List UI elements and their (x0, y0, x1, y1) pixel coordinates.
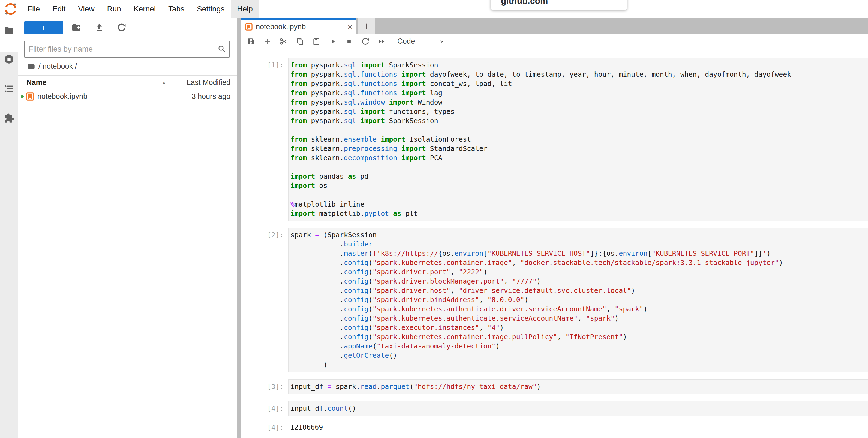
table-of-contents-icon[interactable] (4, 84, 14, 94)
menu-item-view[interactable]: View (72, 0, 101, 18)
restart-kernel-icon[interactable] (361, 37, 370, 46)
code-line: input_df = spark.read.parquet("hdfs://hd… (290, 382, 868, 391)
code-line: input_df.count() (290, 404, 868, 413)
copy-icon[interactable] (295, 37, 305, 46)
notebook-icon (245, 23, 252, 31)
cell-input-editor[interactable]: input_df = spark.read.parquet("hdfs://hd… (288, 379, 868, 394)
code-cell: [1]:from pyspark.sql import SparkSession… (241, 58, 868, 221)
code-line: import pandas as pd (290, 172, 868, 181)
code-line: from pyspark.sql import SparkSession (290, 61, 868, 70)
insert-cell-icon[interactable] (262, 37, 272, 46)
code-line: .config("spark.driver.host", "driver-ser… (290, 286, 868, 295)
tab-title: notebook.ipynb (256, 23, 306, 31)
cell-output: 12106669 (288, 420, 868, 434)
menu-item-help[interactable]: Help (231, 0, 259, 18)
code-line: .config("spark.driver.port", "2222") (290, 267, 868, 277)
code-line (290, 125, 868, 135)
column-header-name[interactable]: Name ▲ (18, 78, 170, 87)
menu-item-edit[interactable]: Edit (46, 0, 72, 18)
cell-input-editor[interactable]: from pyspark.sql import SparkSessionfrom… (288, 58, 868, 221)
paste-icon[interactable] (312, 37, 321, 46)
add-tab-button[interactable]: + (358, 18, 375, 34)
tab-notebook[interactable]: notebook.ipynb × (241, 18, 356, 34)
upload-icon[interactable] (94, 23, 104, 32)
code-line: .appName("taxi-data-anomaly-detection") (290, 342, 868, 351)
code-line: .config("spark.driver.bindAddress", "0.0… (290, 295, 868, 304)
filter-files-input[interactable] (28, 42, 209, 55)
code-line: from pyspark.sql.functions import concat… (290, 79, 868, 88)
menu-item-kernel[interactable]: Kernel (127, 0, 162, 18)
menu-items: FileEditViewRunKernelTabsSettingsHelp (21, 0, 259, 18)
code-line (290, 163, 868, 172)
code-line: .config("spark.kubernetes.container.imag… (290, 258, 868, 267)
activity-strip (0, 52, 18, 438)
panel-splitter[interactable] (237, 18, 241, 438)
menu-item-run[interactable]: Run (101, 0, 127, 18)
refresh-icon[interactable] (117, 23, 127, 32)
code-line: from pyspark.sql import SparkSession (290, 116, 868, 125)
breadcrumb-path: / notebook / (38, 62, 77, 71)
file-name: notebook.ipynb (37, 92, 87, 101)
file-browser-panel: + (18, 18, 237, 438)
close-tab-icon[interactable]: × (347, 22, 352, 31)
code-line: .builder (290, 240, 868, 249)
main-area: + (0, 18, 868, 438)
code-line: import matplotlib.pyplot as plt (290, 209, 868, 218)
code-cell: [2]:spark = (SparkSession .builder .mast… (241, 228, 868, 372)
running-status-dot (21, 95, 24, 98)
file-row[interactable]: notebook.ipynb3 hours ago (18, 89, 237, 104)
output-row: [4]:12106669 (241, 420, 868, 434)
github-popup: github.com (491, 0, 627, 10)
running-kernels-icon[interactable] (4, 54, 14, 64)
home-folder-icon[interactable] (28, 62, 35, 70)
tab-bar: notebook.ipynb × + (241, 18, 868, 34)
save-icon[interactable] (246, 37, 255, 46)
code-cell: [4]:input_df.count() (241, 401, 868, 416)
cell-input-editor[interactable]: input_df.count() (288, 401, 868, 416)
code-line: from pyspark.sql import functions, types (290, 107, 868, 116)
code-line: .master(f'k8s://https://{os.environ["KUB… (290, 249, 868, 258)
menu-item-tabs[interactable]: Tabs (162, 0, 191, 18)
cut-icon[interactable] (279, 37, 288, 46)
code-line: import os (290, 181, 868, 191)
cell-prompt: [4]: (241, 401, 288, 413)
code-line: from sklearn.ensemble import IsolationFo… (290, 135, 868, 144)
run-icon[interactable] (328, 37, 337, 46)
breadcrumb[interactable]: / notebook / (28, 61, 77, 71)
sort-ascending-icon: ▲ (162, 80, 166, 85)
column-header-last-modified[interactable]: Last Modified (170, 76, 237, 89)
file-list-header: Name ▲ Last Modified (18, 75, 237, 90)
activity-bar (0, 18, 18, 438)
code-line: .config("spark.driver.blockManager.port"… (290, 277, 868, 286)
file-last-modified: 3 hours ago (191, 92, 237, 101)
stop-icon[interactable] (344, 37, 354, 46)
code-line: spark = (SparkSession (290, 230, 868, 240)
folder-icon[interactable] (4, 25, 14, 36)
notebook-panel: notebook.ipynb × + (241, 18, 868, 438)
run-all-icon[interactable] (377, 37, 386, 46)
menu-item-file[interactable]: File (21, 0, 46, 18)
popup-text: github.com (501, 0, 548, 6)
code-line: .config("spark.kubernetes.container.imag… (290, 332, 868, 342)
filter-box (24, 41, 229, 58)
jupyter-logo (4, 2, 18, 16)
menu-item-settings[interactable]: Settings (191, 0, 231, 18)
new-folder-icon[interactable] (71, 23, 81, 32)
cell-prompt: [1]: (241, 58, 288, 70)
output-prompt: [4]: (241, 420, 288, 432)
cell-type-dropdown[interactable]: Code (397, 36, 445, 47)
code-line: .config("spark.kubernetes.authenticate.d… (290, 304, 868, 314)
output-text: 12106669 (290, 423, 868, 432)
extensions-icon[interactable] (4, 113, 14, 123)
cell-input-editor[interactable]: spark = (SparkSession .builder .master(f… (288, 228, 868, 372)
chevron-down-icon (438, 38, 445, 45)
code-line: from pyspark.sql.functions import lag (290, 88, 868, 98)
new-launcher-button[interactable]: + (24, 21, 63, 34)
cell-type-value: Code (397, 37, 415, 46)
jupyterlab-window: FileEditViewRunKernelTabsSettingsHelp gi… (0, 0, 868, 438)
code-line: from pyspark.sql.window import Window (290, 98, 868, 107)
code-line: %matplotlib inline (290, 200, 868, 209)
notebook-content: [1]:from pyspark.sql import SparkSession… (241, 49, 868, 438)
code-line (290, 191, 868, 200)
code-cell: [3]:input_df = spark.read.parquet("hdfs:… (241, 379, 868, 394)
